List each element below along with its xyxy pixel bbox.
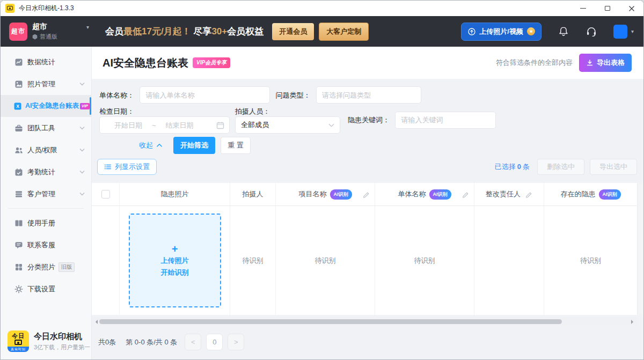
close-button[interactable] xyxy=(619,1,643,16)
selected-count-info: 已选择0条 xyxy=(495,162,530,172)
sidebar-item-download-settings[interactable]: 下载设置 xyxy=(1,278,91,300)
bell-icon xyxy=(558,26,569,38)
start-date-input[interactable] xyxy=(105,121,152,129)
notifications-button[interactable] xyxy=(558,26,569,38)
chevron-down-icon xyxy=(79,170,85,174)
sidebar-item-ai-hazard-ledger[interactable]: X AI安全隐患台账表 VIP xyxy=(1,95,91,117)
unit-name-label: 单体名称： xyxy=(99,91,134,99)
col-project-name: 项目名称 AI识别 xyxy=(276,183,375,205)
photographer-label: 拍摄人员： xyxy=(235,107,270,115)
existing-hazards-cell: 待识别 xyxy=(544,206,637,315)
sidebar-item-label: 使用手册 xyxy=(27,218,55,228)
delete-selected-button[interactable]: 删除选中 xyxy=(537,159,584,175)
vertical-scrollbar[interactable] xyxy=(637,183,643,315)
page-title: AI安全隐患台账表 xyxy=(103,56,188,70)
export-selected-button[interactable]: 导出选中 xyxy=(590,159,637,175)
brand-name: 今日水印相机 xyxy=(34,332,90,342)
app-header: 超市 超市 ▾ 普通版 会员最低17元/月起！ 尽享30+会员权益 开通会员 大… xyxy=(1,16,643,47)
sidebar-item-members-permissions[interactable]: 人员/权限 xyxy=(1,139,91,161)
old-version-badge: 旧版 xyxy=(58,262,75,272)
start-filter-button[interactable]: 开始筛选 xyxy=(173,137,215,154)
col-unit-name: 单体名称 AI识别 xyxy=(375,183,474,205)
list-settings-icon xyxy=(104,163,112,171)
header-checkbox-cell xyxy=(92,183,120,205)
column-settings-button[interactable]: 列显示设置 xyxy=(97,159,157,175)
unit-name-input[interactable] xyxy=(140,86,270,104)
scroll-right-arrow[interactable] xyxy=(631,320,635,324)
sidebar-item-team-tools[interactable]: 团队工具 xyxy=(1,117,91,139)
hazard-table: 隐患照片 拍摄人 项目名称 AI识别 单体名称 AI识别 整改责任人 xyxy=(92,183,643,315)
download-icon xyxy=(586,59,594,67)
minimize-button[interactable] xyxy=(571,1,595,16)
col-photographer: 拍摄人 xyxy=(230,183,276,205)
export-hint: 符合筛选条件的全部内容 xyxy=(496,58,573,68)
maximize-button[interactable] xyxy=(595,1,619,16)
upload-photo-dropzone[interactable]: + 上传照片 开始识别 xyxy=(129,214,221,307)
sidebar-item-label: 联系客服 xyxy=(27,240,55,250)
sidebar-item-customer-mgmt[interactable]: 客户管理 xyxy=(1,183,91,205)
sidebar-item-label: 分类照片 xyxy=(27,262,55,272)
chart-icon xyxy=(14,58,23,67)
page-header: AI安全隐患台账表 VIP会员专享 符合筛选条件的全部内容 导出表格 xyxy=(92,47,643,79)
pagination: 共0条 第 0-0 条/共 0 条 < 0 > xyxy=(98,334,643,350)
sidebar-item-photo-mgmt[interactable]: 照片管理 xyxy=(1,73,91,95)
sidebar-item-attendance-stats[interactable]: 考勤统计 xyxy=(1,161,91,183)
export-table-button[interactable]: 导出表格 xyxy=(579,54,632,72)
edit-pencil-icon[interactable] xyxy=(462,190,469,198)
sidebar-item-label: 照片管理 xyxy=(27,79,55,89)
sidebar-item-data-stats[interactable]: 数据统计 xyxy=(1,51,91,73)
scrollbar-thumb[interactable] xyxy=(99,319,562,324)
sidebar-item-contact-support[interactable]: 联系客服 xyxy=(1,234,91,256)
edit-pencil-icon[interactable] xyxy=(362,190,370,198)
open-vip-button[interactable]: 开通会员 xyxy=(272,23,314,40)
reset-button[interactable]: 重 置 xyxy=(221,137,251,154)
select-all-checkbox[interactable] xyxy=(101,190,110,199)
project-name-cell: 待识别 xyxy=(276,206,375,315)
sidebar-item-classified-photos[interactable]: 分类照片 旧版 xyxy=(1,256,91,278)
upload-photo-video-button[interactable]: 上传照片/视频 ★ xyxy=(461,23,541,41)
ai-recognition-badge: AI识别 xyxy=(429,189,451,200)
page-number-button[interactable]: 0 xyxy=(206,334,223,350)
total-count: 共0条 xyxy=(98,337,116,347)
vip-exclusive-badge: VIP会员专享 xyxy=(193,57,230,68)
end-date-input[interactable] xyxy=(156,121,203,129)
grid-icon xyxy=(14,263,23,271)
prev-page-button[interactable]: < xyxy=(185,334,201,350)
team-name: 超市 xyxy=(32,22,47,32)
photographer-select[interactable]: 全部成员 xyxy=(235,116,340,134)
selected-count: 0 xyxy=(517,163,521,171)
maximize-icon xyxy=(605,6,610,11)
date-range-picker[interactable]: ~ xyxy=(99,116,230,134)
main-content: AI安全隐患台账表 VIP会员专享 符合筛选条件的全部内容 导出表格 单体名称：… xyxy=(92,47,643,359)
support-button[interactable] xyxy=(586,26,597,38)
hazard-keyword-input[interactable] xyxy=(395,112,496,129)
svg-text:X: X xyxy=(16,104,19,109)
vip-coin-icon: ★ xyxy=(527,27,535,35)
brand-logo: 今日 真实时刻 xyxy=(8,330,29,352)
enterprise-custom-button[interactable]: 大客户定制 xyxy=(319,23,369,41)
issue-type-select[interactable] xyxy=(316,86,421,104)
sidebar-item-label: AI安全隐患台账表 xyxy=(25,101,79,111)
unit-name-cell: 待识别 xyxy=(375,206,474,315)
table-row: + 上传照片 开始识别 待识别 待识别 待识别 待识别 xyxy=(92,206,637,315)
book-icon xyxy=(14,219,23,227)
next-page-button[interactable]: > xyxy=(228,334,244,350)
calendar-check-icon xyxy=(14,168,23,177)
team-selector[interactable]: 超市 ▾ 普通版 xyxy=(32,22,89,41)
app-window: 今日水印相机-1.3.3 超市 超市 ▾ 普通版 会员最低17元/月起！ 尽享3… xyxy=(0,0,644,360)
sidebar-item-user-manual[interactable]: 使用手册 xyxy=(1,212,91,234)
user-menu[interactable]: ▾ xyxy=(613,25,634,39)
minimize-icon xyxy=(580,8,586,9)
sidebar-item-label: 客户管理 xyxy=(27,189,55,199)
edit-pencil-icon[interactable] xyxy=(525,190,532,198)
col-hazard-photo: 隐患照片 xyxy=(120,183,230,205)
range-info: 第 0-0 条/共 0 条 xyxy=(126,337,177,347)
photo-icon xyxy=(14,80,23,89)
sidebar-divider xyxy=(8,208,84,209)
rectifier-cell xyxy=(474,206,544,315)
scroll-left-arrow[interactable] xyxy=(93,320,98,324)
date-tilde: ~ xyxy=(152,121,156,129)
collapse-filters-link[interactable]: 收起 xyxy=(139,141,163,150)
chevron-up-icon xyxy=(156,143,163,148)
filter-panel: 单体名称： 问题类型： 检查日期： ~ xyxy=(92,79,643,154)
